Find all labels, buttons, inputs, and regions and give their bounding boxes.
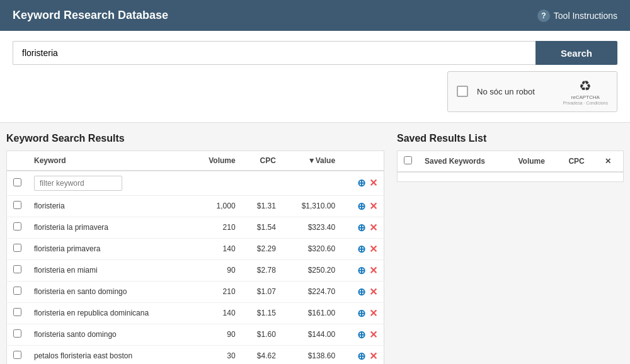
table-row: floristeria la primavera 210 $1.54 $323.… <box>7 217 384 238</box>
row-keyword-2: floristeria primavera <box>28 238 191 259</box>
main-content: Keyword Search Results Keyword Volume CP… <box>0 123 630 364</box>
row-volume-5: 140 <box>191 302 241 324</box>
captcha-label: No sóc un robot <box>477 87 554 96</box>
row-actions-0: ⊕ ✕ <box>348 200 377 212</box>
row-checkbox-3[interactable] <box>13 265 21 273</box>
right-panel: Saved Results List Saved Keywords Volume… <box>397 133 624 364</box>
saved-col-keyword: Saved Keywords <box>418 151 512 172</box>
remove-row-button-2[interactable]: ✕ <box>369 243 377 255</box>
row-actions-7: ⊕ ✕ <box>348 350 377 362</box>
saved-table: Saved Keywords Volume CPC ✕ <box>397 151 624 182</box>
col-volume: Volume <box>191 151 241 171</box>
filter-row-actions: ⊕ ✕ <box>348 177 377 189</box>
filter-cell <box>28 171 191 196</box>
row-value-2: $320.60 <box>282 238 341 259</box>
row-checkbox-6[interactable] <box>13 329 21 338</box>
remove-row-button-5[interactable]: ✕ <box>369 307 377 319</box>
add-row-button-0[interactable]: ⊕ <box>357 200 365 212</box>
recaptcha-icon: ♻ <box>579 78 592 94</box>
row-volume-0: 1,000 <box>191 195 241 217</box>
add-row-button-4[interactable]: ⊕ <box>357 286 365 298</box>
row-keyword-7: petalos floristeria east boston <box>28 345 191 364</box>
captcha-widget[interactable]: No sóc un robot ♻ reCAPTCHA Privadesa · … <box>447 71 617 112</box>
row-volume-6: 90 <box>191 324 241 345</box>
row-cpc-7: $4.62 <box>242 345 282 364</box>
captcha-privacy: Privadesa · Condicions <box>563 101 608 105</box>
search-button[interactable]: Search <box>536 41 617 65</box>
row-checkbox-7[interactable] <box>13 351 21 359</box>
add-row-button-7[interactable]: ⊕ <box>357 350 365 362</box>
remove-row-button-0[interactable]: ✕ <box>369 200 377 212</box>
table-row: floristeria 1,000 $1.31 $1,310.00 ⊕ ✕ <box>7 195 384 217</box>
row-keyword-0: floristeria <box>28 195 191 217</box>
table-row: floristeria en santo domingo 210 $1.07 $… <box>7 281 384 302</box>
captcha-checkbox[interactable] <box>457 86 468 97</box>
remove-row-button-3[interactable]: ✕ <box>369 264 377 276</box>
search-row: Search <box>13 41 617 65</box>
tool-instructions-button[interactable]: ? Tool Instructions <box>537 9 617 22</box>
remove-row-button-6[interactable]: ✕ <box>369 329 377 341</box>
add-row-button-1[interactable]: ⊕ <box>357 222 365 234</box>
remove-row-button-1[interactable]: ✕ <box>369 222 377 234</box>
left-panel-title: Keyword Search Results <box>6 133 384 144</box>
table-row: floristeria santo domingo 90 $1.60 $144.… <box>7 324 384 345</box>
row-actions-1: ⊕ ✕ <box>348 222 377 234</box>
table-row: floristeria en republica dominicana 140 … <box>7 302 384 324</box>
row-actions-5: ⊕ ✕ <box>348 307 377 319</box>
row-volume-3: 90 <box>191 259 241 281</box>
row-cpc-5: $1.15 <box>242 302 282 324</box>
add-row-button-3[interactable]: ⊕ <box>357 264 365 276</box>
row-keyword-4: floristeria en santo domingo <box>28 281 191 302</box>
remove-row-button-4[interactable]: ✕ <box>369 286 377 298</box>
row-checkbox-2[interactable] <box>13 244 21 252</box>
filter-row-checkbox[interactable] <box>13 178 21 186</box>
app-title: Keyword Research Database <box>13 9 168 22</box>
row-volume-1: 210 <box>191 217 241 238</box>
row-checkbox-1[interactable] <box>13 222 21 230</box>
saved-header-checkbox[interactable] <box>404 156 412 164</box>
help-icon: ? <box>537 9 550 22</box>
row-value-0: $1,310.00 <box>282 195 341 217</box>
row-keyword-1: floristeria la primavera <box>28 217 191 238</box>
saved-tbody <box>398 172 624 182</box>
saved-remove-all-button[interactable]: ✕ <box>598 151 623 172</box>
search-section: Search No sóc un robot ♻ reCAPTCHA Priva… <box>0 31 630 123</box>
row-volume-7: 30 <box>191 345 241 364</box>
table-row: floristeria primavera 140 $2.29 $320.60 … <box>7 238 384 259</box>
row-cpc-6: $1.60 <box>242 324 282 345</box>
filter-keyword-input[interactable] <box>34 176 122 191</box>
captcha-brand: reCAPTCHA <box>571 94 600 101</box>
row-keyword-5: floristeria en republica dominicana <box>28 302 191 324</box>
left-panel: Keyword Search Results Keyword Volume CP… <box>6 133 384 364</box>
add-row-button-5[interactable]: ⊕ <box>357 307 365 319</box>
row-cpc-3: $2.78 <box>242 259 282 281</box>
row-actions-3: ⊕ ✕ <box>348 264 377 276</box>
add-row-button-6[interactable]: ⊕ <box>357 329 365 341</box>
search-input[interactable] <box>13 41 536 65</box>
row-value-7: $138.60 <box>282 345 341 364</box>
row-cpc-4: $1.07 <box>242 281 282 302</box>
row-value-1: $323.40 <box>282 217 341 238</box>
row-checkbox-5[interactable] <box>13 308 21 316</box>
remove-all-button[interactable]: ✕ <box>369 177 377 189</box>
row-cpc-0: $1.31 <box>242 195 282 217</box>
col-value-label: ▼Value <box>308 156 335 165</box>
row-checkbox-4[interactable] <box>13 287 21 295</box>
row-cpc-1: $1.54 <box>242 217 282 238</box>
row-checkbox-0[interactable] <box>13 201 21 209</box>
col-cpc: CPC <box>242 151 282 171</box>
right-panel-title: Saved Results List <box>397 133 624 144</box>
row-actions-4: ⊕ ✕ <box>348 286 377 298</box>
col-value[interactable]: ▼Value <box>282 151 341 171</box>
remove-row-button-7[interactable]: ✕ <box>369 350 377 362</box>
table-row: floristeria en miami 90 $2.78 $250.20 ⊕ … <box>7 259 384 281</box>
row-value-4: $224.70 <box>282 281 341 302</box>
add-all-button[interactable]: ⊕ <box>357 177 365 189</box>
add-row-button-2[interactable]: ⊕ <box>357 243 365 255</box>
saved-col-volume: Volume <box>512 151 563 172</box>
row-volume-2: 140 <box>191 238 241 259</box>
saved-table-header-row: Saved Keywords Volume CPC ✕ <box>398 151 624 172</box>
row-volume-4: 210 <box>191 281 241 302</box>
row-value-3: $250.20 <box>282 259 341 281</box>
saved-col-cpc: CPC <box>562 151 598 172</box>
